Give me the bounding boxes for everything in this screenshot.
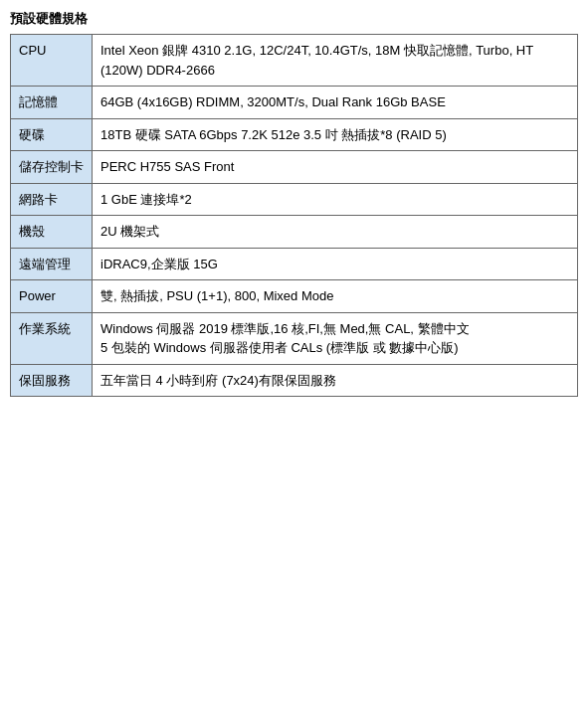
- page-title: 預設硬體規格: [10, 10, 578, 28]
- spec-label: 儲存控制卡: [11, 151, 93, 184]
- spec-value: 64GB (4x16GB) RDIMM, 3200MT/s, Dual Rank…: [93, 87, 578, 119]
- spec-label: 硬碟: [11, 118, 93, 151]
- spec-value: Windows 伺服器 2019 標準版,16 核,FI,無 Med,無 CAL…: [93, 312, 578, 364]
- spec-value: 2U 機架式: [93, 216, 578, 249]
- table-row: 記憶體64GB (4x16GB) RDIMM, 3200MT/s, Dual R…: [11, 87, 578, 119]
- spec-table: CPUIntel Xeon 銀牌 4310 2.1G, 12C/24T, 10.…: [10, 34, 578, 397]
- table-row: CPUIntel Xeon 銀牌 4310 2.1G, 12C/24T, 10.…: [11, 35, 578, 87]
- spec-label: Power: [11, 280, 93, 313]
- table-row: Power雙, 熱插拔, PSU (1+1), 800, Mixed Mode: [11, 280, 578, 313]
- spec-label: CPU: [11, 35, 93, 87]
- table-row: 硬碟18TB 硬碟 SATA 6Gbps 7.2K 512e 3.5 吋 熱插拔…: [11, 118, 578, 151]
- spec-label: 機殼: [11, 216, 93, 249]
- table-row: 儲存控制卡PERC H755 SAS Front: [11, 151, 578, 184]
- spec-value: Intel Xeon 銀牌 4310 2.1G, 12C/24T, 10.4GT…: [93, 35, 578, 87]
- table-row: 機殼2U 機架式: [11, 216, 578, 249]
- spec-value: 18TB 硬碟 SATA 6Gbps 7.2K 512e 3.5 吋 熱插拔*8…: [93, 118, 578, 151]
- spec-label: 遠端管理: [11, 248, 93, 280]
- spec-label: 作業系統: [11, 312, 93, 364]
- spec-label: 網路卡: [11, 183, 93, 216]
- spec-value: PERC H755 SAS Front: [93, 151, 578, 184]
- spec-value: iDRAC9,企業版 15G: [93, 248, 578, 280]
- table-row: 作業系統Windows 伺服器 2019 標準版,16 核,FI,無 Med,無…: [11, 312, 578, 364]
- spec-label: 記憶體: [11, 87, 93, 119]
- spec-value: 1 GbE 連接埠*2: [93, 183, 578, 216]
- table-row: 保固服務五年當日 4 小時到府 (7x24)有限保固服務: [11, 364, 578, 397]
- spec-label: 保固服務: [11, 364, 93, 397]
- table-row: 遠端管理iDRAC9,企業版 15G: [11, 248, 578, 280]
- table-row: 網路卡1 GbE 連接埠*2: [11, 183, 578, 216]
- spec-value: 五年當日 4 小時到府 (7x24)有限保固服務: [93, 364, 578, 397]
- spec-value: 雙, 熱插拔, PSU (1+1), 800, Mixed Mode: [93, 280, 578, 313]
